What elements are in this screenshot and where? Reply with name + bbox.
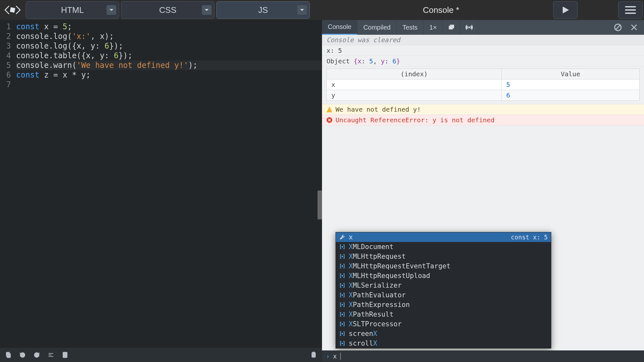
bracket-icon	[339, 340, 346, 347]
svg-point-24	[342, 333, 343, 334]
tab-css[interactable]: CSS	[121, 1, 214, 19]
code-content[interactable]: const x = 5;console.log('x:', x);console…	[16, 22, 322, 348]
tab-js-dropdown-icon[interactable]	[297, 5, 307, 15]
tab-console[interactable]: Console	[322, 20, 357, 35]
bracket-icon	[339, 263, 346, 269]
editor-scrollbar[interactable]	[317, 190, 322, 219]
bracket-icon	[339, 321, 346, 327]
popout-button[interactable]	[443, 20, 460, 35]
table-row-key: y	[327, 90, 502, 101]
svg-rect-7	[313, 352, 315, 353]
warn-icon	[327, 107, 332, 112]
tab-css-dropdown-icon[interactable]	[202, 5, 212, 15]
table-header-value: Value	[502, 69, 639, 79]
svg-line-12	[616, 25, 620, 30]
topbar: HTML CSS JS Console *	[0, 0, 644, 20]
autocomplete-item[interactable]: XMLDocument	[336, 242, 551, 252]
svg-point-20	[342, 295, 343, 296]
autocomplete-item[interactable]: XMLSerializer	[336, 281, 551, 290]
bracket-icon	[339, 330, 346, 337]
error-icon	[327, 117, 332, 123]
svg-point-15	[342, 246, 343, 247]
console-error: Uncaught ReferenceError: y is not define…	[322, 115, 644, 125]
run-button[interactable]	[553, 1, 578, 19]
autocomplete-item[interactable]: XPathResult	[336, 310, 551, 319]
console-input-value: x	[333, 352, 337, 360]
table-row-value: 6	[502, 90, 639, 101]
output-tabs: Console Compiled Tests 1×	[322, 20, 644, 35]
bracket-icon	[339, 302, 346, 308]
tab-html-dropdown-icon[interactable]	[107, 5, 116, 15]
paste-button[interactable]	[307, 349, 320, 361]
console-log-object: Object {x: 5, y: 6}	[322, 56, 644, 67]
output-pane: Console Compiled Tests 1× Console was cl…	[322, 20, 644, 362]
bracket-icon	[339, 273, 346, 279]
svg-point-17	[342, 266, 343, 267]
prompt-icon: ›	[326, 352, 330, 360]
console-warning: We have not defined y!	[322, 104, 644, 115]
app-logo[interactable]	[1, 1, 24, 19]
autocomplete-item[interactable]: XMLHttpRequestUpload	[336, 271, 551, 281]
table-row-key: x	[327, 79, 502, 90]
table-header-index: (index)	[327, 69, 502, 79]
tab-js-label: JS	[258, 5, 268, 15]
document-title: Console *	[423, 5, 459, 15]
format-button[interactable]	[44, 349, 57, 361]
svg-point-22	[342, 314, 343, 315]
tab-compiled[interactable]: Compiled	[357, 20, 396, 35]
bracket-icon	[339, 311, 346, 318]
clear-console-icon[interactable]	[614, 23, 622, 32]
svg-point-19	[342, 285, 343, 286]
svg-point-16	[342, 256, 343, 257]
autocomplete-item[interactable]: XMLHttpRequest	[336, 252, 551, 261]
autocomplete-item[interactable]: xconst x: 5	[336, 232, 551, 242]
console-log-line: x: 5	[322, 45, 644, 56]
broadcast-button[interactable]	[460, 20, 478, 35]
menu-button[interactable]	[618, 1, 643, 19]
svg-rect-9	[450, 25, 454, 28]
autocomplete-item[interactable]: scrollX	[336, 339, 551, 348]
svg-point-23	[342, 324, 343, 325]
editor-pane: 1234567 const x = 5;console.log('x:', x)…	[0, 20, 322, 362]
autocomplete-popup[interactable]: xconst x: 5XMLDocumentXMLHttpRequestXMLH…	[336, 232, 551, 348]
export-button[interactable]	[59, 349, 71, 361]
svg-point-21	[342, 304, 343, 305]
tab-js[interactable]: JS	[216, 1, 310, 19]
bracket-icon	[339, 244, 346, 250]
table-row-value: 5	[502, 79, 639, 90]
redo-button[interactable]	[30, 349, 43, 361]
autocomplete-item[interactable]: XPathExpression	[336, 300, 551, 310]
svg-rect-0	[10, 7, 15, 13]
console-input[interactable]: › x	[322, 350, 644, 362]
svg-point-10	[469, 27, 470, 28]
tab-tests[interactable]: Tests	[397, 20, 424, 35]
autocomplete-item[interactable]: screenX	[336, 329, 551, 339]
bracket-icon	[339, 292, 346, 298]
scale-indicator[interactable]: 1×	[424, 20, 443, 35]
editor-footer	[0, 348, 322, 362]
autocomplete-item[interactable]: XMLHttpRequestEventTarget	[336, 261, 551, 271]
tab-html-label: HTML	[61, 5, 84, 15]
copy-button[interactable]	[2, 349, 15, 361]
line-gutter: 1234567	[0, 22, 16, 348]
svg-point-18	[342, 275, 343, 276]
bracket-icon	[339, 282, 346, 289]
console-cleared-msg: Console was cleared	[322, 35, 644, 45]
console-body: Console was cleared x: 5 Object {x: 5, y…	[322, 35, 644, 362]
wrench-icon	[339, 234, 346, 240]
svg-point-25	[342, 343, 343, 344]
console-table: (index) Value x5y6	[322, 67, 644, 104]
bracket-icon	[339, 253, 346, 260]
autocomplete-item[interactable]: XPathEvaluator	[336, 290, 551, 300]
tab-html[interactable]: HTML	[26, 1, 119, 19]
autocomplete-item[interactable]: XSLTProcessor	[336, 319, 551, 329]
tab-css-label: CSS	[159, 5, 176, 15]
code-editor[interactable]: 1234567 const x = 5;console.log('x:', x)…	[0, 20, 322, 348]
close-panel-icon[interactable]	[630, 23, 638, 32]
undo-button[interactable]	[16, 349, 29, 361]
